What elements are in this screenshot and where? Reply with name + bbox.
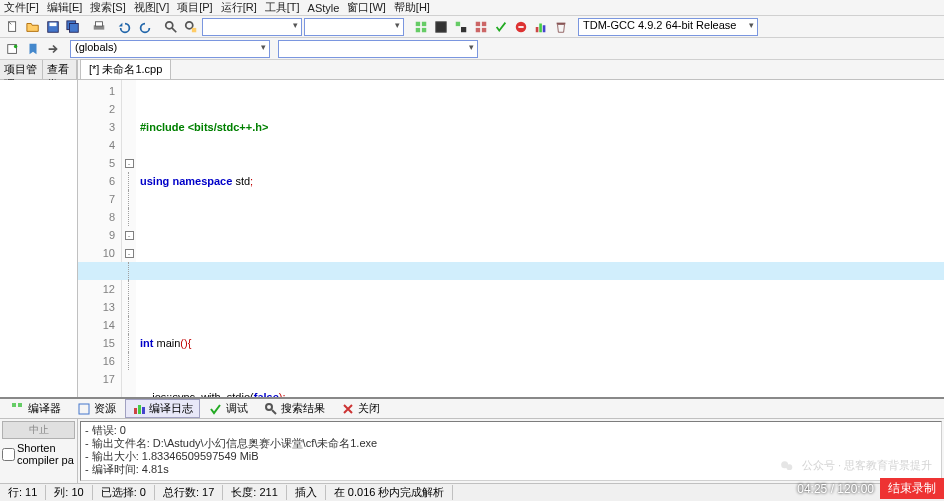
svg-rect-18 (482, 21, 486, 25)
svg-rect-34 (142, 407, 145, 414)
undo-button[interactable] (116, 18, 134, 36)
menu-file[interactable]: 文件[F] (4, 0, 39, 15)
tab-close[interactable]: 关闭 (334, 399, 387, 418)
svg-point-8 (186, 21, 193, 28)
svg-rect-25 (543, 25, 546, 32)
output-body: 中止 Shorten compiler pa - 错误: 0 - 输出文件名: … (0, 419, 944, 483)
menu-tools[interactable]: 工具[T] (265, 0, 300, 15)
svg-rect-29 (12, 403, 16, 407)
tab-compile-log[interactable]: 编译日志 (125, 399, 200, 418)
output-left: 中止 Shorten compiler pa (0, 419, 78, 483)
menu-help[interactable]: 帮助[H] (394, 0, 430, 15)
run-button[interactable] (432, 18, 450, 36)
menu-astyle[interactable]: AStyle (308, 2, 340, 14)
svg-rect-17 (476, 21, 480, 25)
left-tabs: 项目管理 查看类 (0, 60, 77, 80)
tab-search-results[interactable]: 搜索结果 (257, 399, 332, 418)
tab-project[interactable]: 项目管理 (0, 60, 43, 79)
log-icon (132, 402, 146, 416)
new-project-button[interactable] (4, 40, 22, 58)
svg-rect-23 (536, 27, 539, 32)
new-file-icon (6, 20, 20, 34)
status-len: 长度: 211 (223, 485, 286, 500)
svg-rect-11 (422, 21, 426, 25)
redo-icon (138, 20, 152, 34)
svg-rect-13 (422, 27, 426, 31)
profile-icon (534, 20, 548, 34)
debug-icon (209, 402, 223, 416)
resource-icon (77, 402, 91, 416)
save-all-icon (66, 20, 80, 34)
menu-edit[interactable]: 编辑[E] (47, 0, 82, 15)
print-button[interactable] (90, 18, 108, 36)
output-panel: 编译器 资源 编译日志 调试 搜索结果 关闭 中止 Shorten compil… (0, 397, 944, 483)
menu-view[interactable]: 视图[V] (134, 0, 169, 15)
main-area: 项目管理 查看类 [*] 未命名1.cpp 1234 5678 9101112 … (0, 60, 944, 397)
stop-compile-button[interactable]: 中止 (2, 421, 75, 439)
line-gutter: 1234 5678 9101112 13141516 17 (78, 80, 122, 397)
debug-checkmark-icon (494, 20, 508, 34)
video-controls: 04:25 / 120:00 结束录制 (791, 476, 944, 501)
compiler-select[interactable]: TDM-GCC 4.9.2 64-bit Release (578, 18, 758, 36)
profile-button[interactable] (532, 18, 550, 36)
printer-icon (92, 20, 106, 34)
tab-compiler[interactable]: 编译器 (4, 399, 68, 418)
file-tab-current[interactable]: [*] 未命名1.cpp (80, 59, 171, 79)
tab-debug[interactable]: 调试 (202, 399, 255, 418)
status-ins: 插入 (287, 485, 326, 500)
menu-bar: 文件[F] 编辑[E] 搜索[S] 视图[V] 项目[P] 运行[R] 工具[T… (0, 0, 944, 16)
debug-button[interactable] (492, 18, 510, 36)
svg-rect-16 (461, 27, 466, 32)
run-icon (434, 20, 448, 34)
left-body (0, 80, 77, 397)
svg-rect-6 (96, 21, 103, 25)
find-button[interactable] (162, 18, 180, 36)
editor-area: [*] 未命名1.cpp 1234 5678 9101112 13141516 … (78, 60, 944, 397)
scope-select[interactable]: (globals) (70, 40, 270, 58)
file-tabs: [*] 未命名1.cpp (78, 60, 944, 80)
replace-button[interactable] (182, 18, 200, 36)
code-editor[interactable]: 1234 5678 9101112 13141516 17 - - - #inc… (78, 80, 944, 397)
compile-run-button[interactable] (452, 18, 470, 36)
find-combo[interactable] (202, 18, 302, 36)
compile-button[interactable] (412, 18, 430, 36)
svg-rect-20 (482, 27, 486, 31)
tab-resource[interactable]: 资源 (70, 399, 123, 418)
redo-button[interactable] (136, 18, 154, 36)
svg-rect-19 (476, 27, 480, 31)
svg-rect-10 (416, 21, 420, 25)
menu-window[interactable]: 窗口[W] (347, 0, 386, 15)
save-icon (46, 20, 60, 34)
svg-point-35 (266, 404, 272, 410)
find-combo2[interactable] (304, 18, 404, 36)
menu-run[interactable]: 运行[R] (221, 0, 257, 15)
toolbar-2: (globals) (0, 38, 944, 60)
svg-rect-2 (50, 22, 57, 26)
svg-point-28 (14, 44, 18, 48)
save-button[interactable] (44, 18, 62, 36)
close-icon (341, 402, 355, 416)
toolbar-area: TDM-GCC 4.9.2 64-bit Release (globals) (0, 16, 944, 60)
open-button[interactable] (24, 18, 42, 36)
save-all-button[interactable] (64, 18, 82, 36)
symbol-select[interactable] (278, 40, 478, 58)
menu-project[interactable]: 项目[P] (177, 0, 212, 15)
compile-output[interactable]: - 错误: 0 - 输出文件名: D:\Astudy\小幻信息奥赛小课堂\cf\… (80, 421, 942, 481)
stop-button[interactable] (512, 18, 530, 36)
stop-record-button[interactable]: 结束录制 (880, 478, 944, 499)
new-file-button[interactable] (4, 18, 22, 36)
rebuild-button[interactable] (472, 18, 490, 36)
left-panel: 项目管理 查看类 (0, 60, 78, 397)
status-line: 行: 11 (0, 485, 46, 500)
svg-rect-26 (557, 22, 566, 24)
code-body[interactable]: #include <bits/stdc++.h> using namespace… (136, 80, 944, 397)
menu-search[interactable]: 搜索[S] (90, 0, 125, 15)
tab-classes[interactable]: 查看类 (43, 60, 77, 79)
clean-button[interactable] (552, 18, 570, 36)
goto-button[interactable] (44, 40, 62, 58)
svg-rect-4 (70, 23, 79, 32)
compile-run-icon (454, 20, 468, 34)
shorten-check[interactable]: Shorten compiler pa (2, 442, 75, 466)
bookmark-button[interactable] (24, 40, 42, 58)
video-timestamp: 04:25 / 120:00 (797, 482, 874, 496)
